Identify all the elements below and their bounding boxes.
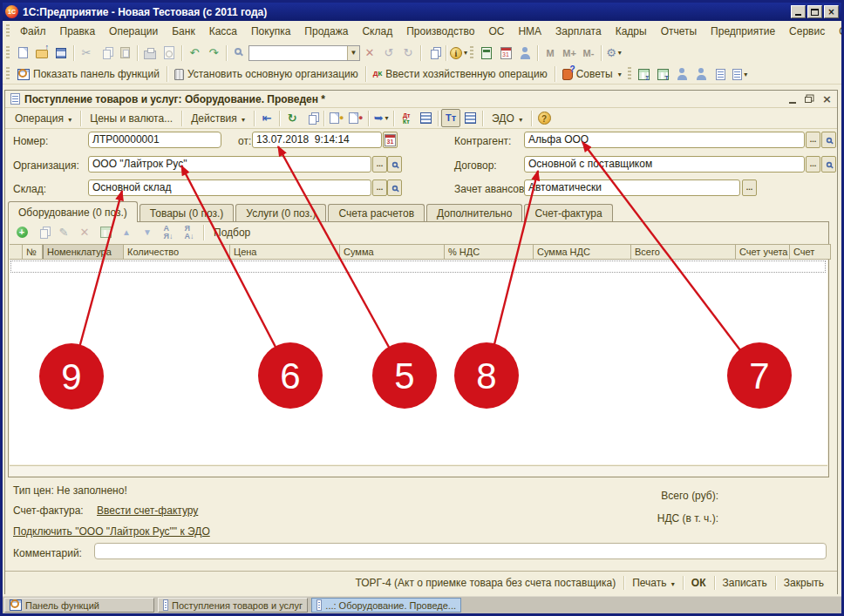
toolbar-grip[interactable] [470,46,473,60]
actions-menu-button[interactable]: Действия ▾ [185,111,251,126]
column-header-Цена[interactable]: Цена [230,245,340,259]
menu-item-Правка[interactable]: Правка [53,23,103,40]
prices-currency-button[interactable]: Цены и валюта... [84,111,179,126]
add-row-button[interactable] [12,223,31,241]
memory-button[interactable]: M [541,44,560,62]
menu-item-НМА[interactable]: НМА [511,23,548,40]
column-header-Счет[interactable]: Счет [790,245,831,259]
ok-button[interactable]: ОК [684,577,714,589]
menu-item-Файл[interactable]: Файл [13,23,53,40]
report-totals-button[interactable] [635,65,654,84]
toolbar-grip[interactable] [628,67,631,81]
open-button[interactable] [32,44,51,62]
chevron-down-icon[interactable]: ▼ [347,46,359,60]
toolbar-grip[interactable] [6,24,10,38]
list-settings-button[interactable] [460,109,480,127]
tab-Оборудование (0 поз.)[interactable]: Оборудование (0 поз.) [8,201,138,222]
user-settings-button[interactable] [515,44,534,62]
toolbar-grip[interactable] [6,67,10,81]
copy-row-button[interactable] [33,223,52,241]
toolbar-grip[interactable] [6,46,10,60]
save-button[interactable] [51,44,71,62]
find-previous-button[interactable]: ↺ [379,44,398,62]
cancel-posting-button[interactable]: ● [346,109,365,127]
print-button[interactable] [140,44,160,62]
tab-Товары (0 поз.)[interactable]: Товары (0 поз.) [140,204,235,222]
comment-input[interactable] [94,543,827,559]
contract-field[interactable]: Основной с поставщиком [524,156,805,173]
menu-item-Операции[interactable]: Операции [102,23,165,40]
column-header-% НДС[interactable]: % НДС [445,245,534,259]
minimize-button[interactable] [791,5,806,18]
organization-open-button[interactable] [387,156,402,173]
close-button[interactable]: Закрыть [776,577,832,589]
number-field[interactable]: ЛТР00000001 [88,132,221,148]
menu-item-Покупка[interactable]: Покупка [244,23,297,40]
menu-item-ОС[interactable]: ОС [481,23,511,40]
column-header-Счет учета[interactable]: Счет учета [736,245,790,259]
move-up-button[interactable]: ▲ [117,223,136,241]
organization-select-button[interactable]: ... [372,156,387,173]
sort-desc-button[interactable]: ЯА↓ [180,223,199,241]
service-info-button[interactable]: ▾ [449,44,468,62]
show-function-panel-button[interactable]: Показать панель функций [13,66,164,82]
new-document-button[interactable] [13,44,32,62]
column-header-Количество[interactable]: Количество [124,245,230,259]
sort-asc-button[interactable]: АЯ↓ [159,223,178,241]
connect-edo-link[interactable]: Подключить "ООО "Лайтрок Рус"" к ЭДО [13,525,210,538]
menu-item-Банк[interactable]: Банк [165,23,201,40]
windows-list-button[interactable] [424,44,443,62]
settings-button[interactable]: ⚙▾ [604,44,623,62]
save-button[interactable]: Записать [715,577,775,589]
clear-search-button[interactable]: ✕ [360,44,379,62]
organization-field[interactable]: ООО "Лайтрок Рус" [88,156,371,173]
warehouse-field[interactable]: Основной склад [88,179,371,196]
search-combobox[interactable]: ▼ [248,45,360,61]
menu-item-Сервис[interactable]: Сервис [782,23,832,40]
paste-button[interactable] [115,44,134,62]
date-field[interactable]: 13.07.2018 9:14:14 [252,132,382,148]
column-header-Сумма НДС[interactable]: Сумма НДС [534,245,631,259]
report-table-button[interactable] [654,65,673,84]
document-report-button[interactable] [711,65,731,84]
post-with-movements-button[interactable]: ● [327,109,346,127]
tab-Услуги (0 поз.)[interactable]: Услуги (0 поз.) [235,204,326,222]
menu-item-Производство[interactable]: Производство [399,23,481,40]
taskbar-item-Поступления товаров и услуг[interactable]: Поступления товаров и услуг [158,598,308,613]
tab-Счет-фактура[interactable]: Счет-фактура [524,204,612,222]
document-add-button[interactable]: ▾ [731,65,750,84]
doc-minimize-button[interactable] [789,102,796,104]
enter-invoice-link[interactable]: Ввести счет-фактуру [97,504,198,517]
memory-minus-button[interactable]: M- [579,44,598,62]
enter-business-operation-button[interactable]: ДК Ввести хозяйственную операцию [369,66,552,82]
horizontal-scrollbar[interactable] [10,465,827,476]
advance-select-button[interactable]: ... [742,179,757,196]
menu-item-Касса[interactable]: Касса [202,23,244,40]
contract-open-button[interactable] [821,156,836,173]
close-button[interactable]: × [824,5,839,18]
copy-button[interactable] [96,44,115,62]
counterparty-open-button[interactable] [821,132,836,148]
warehouse-select-button[interactable]: ... [372,179,387,196]
post-document-button[interactable]: ⇤ [257,109,276,127]
user-list-button[interactable] [692,65,711,84]
column-header-Номенклатура[interactable]: Номенклатура [43,245,124,259]
tips-button[interactable]: Советы ▾ [558,66,626,82]
menu-item-Кадры[interactable]: Кадры [609,23,654,40]
help-button[interactable] [534,109,554,127]
counterparty-field[interactable]: Альфа ООО [524,132,805,148]
user-report-button[interactable] [673,65,692,84]
go-to-button[interactable]: ➥▾ [371,109,391,127]
move-down-button[interactable]: ▼ [138,223,157,241]
description-button[interactable]: Тт [441,109,460,127]
menu-item-Отчеты[interactable]: Отчеты [654,23,704,40]
copy-document-button[interactable] [302,109,321,127]
doc-restore-button[interactable] [805,97,812,103]
undo-button[interactable]: ↶ [185,44,204,62]
calculator-button[interactable] [477,44,496,62]
find-next-button[interactable]: ↻ [398,44,418,62]
column-header-№[interactable]: № [23,245,43,259]
set-main-organization-button[interactable]: Установить основную организацию [170,66,363,82]
refresh-button[interactable]: ↻ [282,109,302,127]
taskbar-item-...: Оборудование. Проведе...[interactable]: ...: Оборудование. Проведе... [311,598,461,613]
